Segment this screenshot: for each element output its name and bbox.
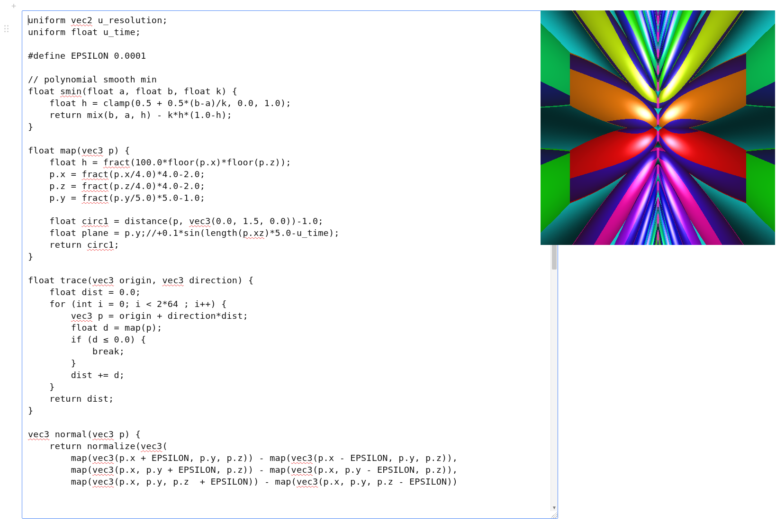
code-editor-wrap: uniform vec2 u_resolution; uniform float…	[22, 11, 558, 518]
code-cell: uniform vec2 u_resolution; uniform float…	[22, 10, 558, 519]
resize-handle[interactable]	[550, 511, 558, 518]
plus-icon: +	[11, 1, 17, 11]
shader-preview-canvas	[541, 10, 775, 245]
code-editor[interactable]: uniform vec2 u_resolution; uniform float…	[22, 11, 558, 518]
cell-drag-handle[interactable]	[3, 23, 9, 34]
add-cell-button[interactable]: +	[9, 2, 18, 10]
scroll-down-icon[interactable]: ▼	[551, 504, 558, 511]
